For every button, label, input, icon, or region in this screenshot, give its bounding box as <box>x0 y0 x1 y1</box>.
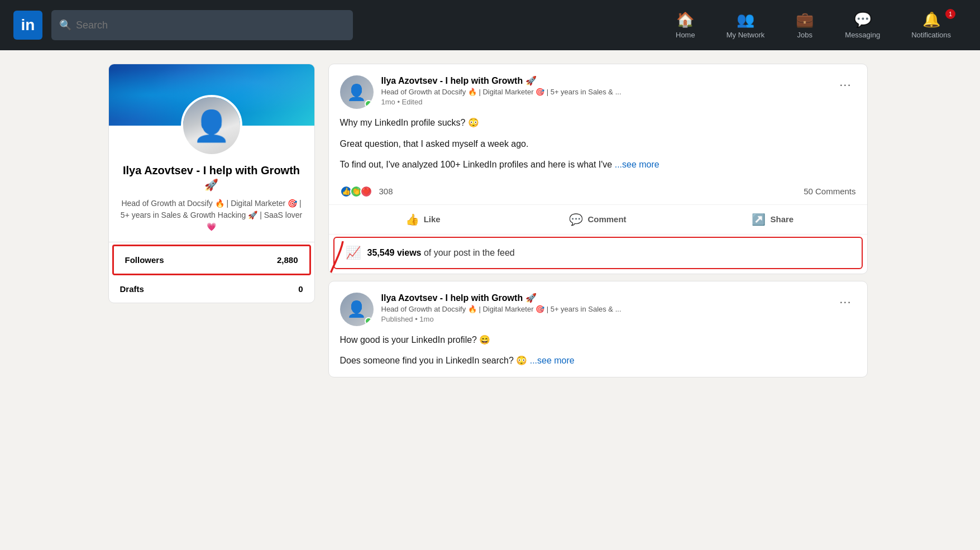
post-author-name-2[interactable]: Ilya Azovtsev - I help with Growth 🚀 <box>381 293 828 303</box>
post-meta-1: 1mo • Edited <box>381 98 828 106</box>
nav-item-home[interactable]: 🏠 Home <box>660 11 711 39</box>
like-button-icon: 👍 <box>405 213 419 226</box>
post-meta-2: Published • 1mo <box>381 315 828 323</box>
post-content-2: How good is your LinkedIn profile? 😄 Doe… <box>329 333 867 377</box>
post-author-info-2: Ilya Azovtsev - I help with Growth 🚀 Hea… <box>381 293 828 323</box>
post-author-name-1[interactable]: Ilya Azovtsev - I help with Growth 🚀 <box>381 75 828 86</box>
share-button-label: Share <box>770 214 793 224</box>
like-button-label: Like <box>424 214 441 224</box>
feed: 👤 Ilya Azovtsev - I help with Growth 🚀 H… <box>328 64 868 384</box>
nav-items: 🏠 Home 👥 My Network 💼 Jobs 💬 Messaging 1… <box>660 11 967 39</box>
views-chart-icon: 📈 <box>346 246 361 260</box>
post-views-banner[interactable]: 📈 35,549 views of your post in the feed <box>333 237 863 269</box>
profile-description: Head of Growth at Docsify 🔥 | Digital Ma… <box>120 198 303 233</box>
home-icon: 🏠 <box>676 11 694 28</box>
messaging-icon: 💬 <box>854 11 872 28</box>
profile-info: Ilya Azovtsev - I help with Growth 🚀 Hea… <box>109 163 314 242</box>
comment-button-icon: 💬 <box>569 213 583 226</box>
comment-button-label: Comment <box>587 214 626 224</box>
online-indicator-2 <box>365 317 372 325</box>
avatar-figure: 👤 <box>193 108 230 144</box>
love-reaction-icon: ❤️ <box>360 185 372 198</box>
post-content-1: Why my LinkedIn profile sucks? 😳 Great q… <box>329 116 867 181</box>
profile-stats: Followers 2,880 Drafts 0 <box>109 242 314 303</box>
search-container: 🔍 <box>51 10 353 40</box>
followers-label: Followers <box>125 255 164 265</box>
post-line-1: Why my LinkedIn profile sucks? 😳 <box>340 116 856 130</box>
post-header-1: 👤 Ilya Azovtsev - I help with Growth 🚀 H… <box>329 64 867 116</box>
views-section: 📈 35,549 views of your post in the feed <box>329 237 867 269</box>
share-button-icon: ↗️ <box>752 213 766 226</box>
comment-button-1[interactable]: 💬 Comment <box>510 207 685 232</box>
reaction-icons: 👍 👏 ❤️ <box>340 185 370 198</box>
post-avatar-figure: 👤 <box>347 83 366 102</box>
nav-item-network[interactable]: 👥 My Network <box>711 11 781 39</box>
post-actions-1: 👍 Like 💬 Comment ↗️ Share <box>329 205 867 235</box>
network-icon: 👥 <box>737 11 754 28</box>
sidebar: 👤 Ilya Azovtsev - I help with Growth 🚀 H… <box>108 64 315 384</box>
nav-jobs-label: Jobs <box>797 31 812 39</box>
nav-notifications-label: Notifications <box>911 31 951 39</box>
views-text: 35,549 views of your post in the feed <box>367 248 515 258</box>
post-author-info-1: Ilya Azovtsev - I help with Growth 🚀 Hea… <box>381 75 828 106</box>
jobs-icon: 💼 <box>796 11 814 28</box>
post-line-3: To find out, I've analyzed 100+ LinkedIn… <box>340 157 856 172</box>
search-icon: 🔍 <box>59 19 71 31</box>
main-layout: 👤 Ilya Azovtsev - I help with Growth 🚀 H… <box>99 50 881 398</box>
search-input[interactable] <box>51 10 353 40</box>
drafts-stat-row[interactable]: Drafts 0 <box>109 278 314 303</box>
nav-home-label: Home <box>676 31 695 39</box>
post-avatar-2: 👤 <box>340 293 374 326</box>
see-more-link-2[interactable]: ...see more <box>530 356 575 365</box>
notification-bell-icon: 🔔 <box>922 11 940 28</box>
drafts-label: Drafts <box>120 284 144 294</box>
post-reactions-1: 👍 👏 ❤️ 308 50 Comments <box>329 181 867 205</box>
profile-card: 👤 Ilya Azovtsev - I help with Growth 🚀 H… <box>108 64 315 303</box>
post-more-button-2[interactable]: ··· <box>835 293 855 312</box>
post2-line-2: Does someone find you in LinkedIn search… <box>340 353 856 368</box>
post-line-2: Great question, that I asked myself a we… <box>340 137 856 151</box>
nav-item-notifications[interactable]: 1 🔔 Notifications <box>896 11 967 39</box>
linkedin-logo[interactable]: in <box>13 11 42 40</box>
drafts-count: 0 <box>298 284 303 294</box>
followers-count: 2,880 <box>277 255 298 265</box>
see-more-link-1[interactable]: ...see more <box>615 160 659 169</box>
post-card-1: 👤 Ilya Azovtsev - I help with Growth 🚀 H… <box>328 64 868 274</box>
like-button-1[interactable]: 👍 Like <box>336 207 510 232</box>
avatar: 👤 <box>181 95 242 156</box>
post-avatar-figure-2: 👤 <box>347 300 366 318</box>
comments-count-1[interactable]: 50 Comments <box>804 186 855 196</box>
share-button-1[interactable]: ↗️ Share <box>685 207 860 232</box>
post-author-desc-1: Head of Growth at Docsify 🔥 | Digital Ma… <box>381 88 828 96</box>
post-card-2: 👤 Ilya Azovtsev - I help with Growth 🚀 H… <box>328 281 868 377</box>
post-avatar-1: 👤 <box>340 75 374 109</box>
followers-stat-row[interactable]: Followers 2,880 <box>112 245 311 275</box>
post2-line-1: How good is your LinkedIn profile? 😄 <box>340 333 856 347</box>
post-header-2: 👤 Ilya Azovtsev - I help with Growth 🚀 H… <box>329 281 867 333</box>
nav-item-messaging[interactable]: 💬 Messaging <box>829 11 896 39</box>
profile-name: Ilya Azovtsev - I help with Growth 🚀 <box>120 163 303 192</box>
post-more-button-1[interactable]: ··· <box>835 75 855 94</box>
online-indicator <box>365 100 372 108</box>
nav-network-label: My Network <box>726 31 765 39</box>
post-author-desc-2: Head of Growth at Docsify 🔥 | Digital Ma… <box>381 305 828 313</box>
nav-messaging-label: Messaging <box>845 31 880 39</box>
notification-badge: 1 <box>945 9 955 19</box>
navbar: in 🔍 🏠 Home 👥 My Network 💼 Jobs 💬 Messag… <box>0 0 980 50</box>
nav-item-jobs[interactable]: 💼 Jobs <box>780 11 829 39</box>
reaction-count-1: 308 <box>379 186 393 196</box>
